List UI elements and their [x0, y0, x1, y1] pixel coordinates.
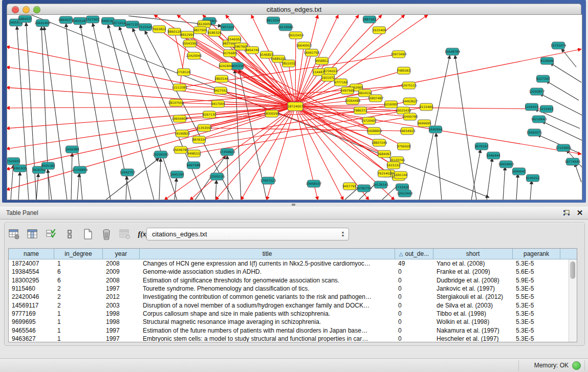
- column-header-title[interactable]: title: [140, 249, 395, 259]
- table-cell[interactable]: 1: [54, 327, 103, 334]
- table-row[interactable]: 1872400712008Changes of HCN gene express…: [9, 259, 577, 268]
- table-cell[interactable]: 0: [395, 277, 433, 284]
- table-cell[interactable]: Dudbridge et al. (2008): [433, 277, 513, 284]
- table-cell[interactable]: Stergiakouli et al. (2012): [433, 293, 513, 300]
- table-cell[interactable]: 5.3E-5: [513, 302, 560, 309]
- table-cell[interactable]: 0: [395, 310, 433, 317]
- window-titlebar[interactable]: citations_edges.txt: [7, 4, 581, 15]
- table-cell[interactable]: 5.3E-5: [513, 318, 560, 325]
- table-cell[interactable]: 2: [54, 302, 103, 309]
- table-cell[interactable]: Genome-wide association studies in ADHD.: [140, 268, 395, 275]
- table-cell[interactable]: 1: [54, 318, 103, 325]
- panel-splitter[interactable]: [0, 203, 588, 207]
- table-cell[interactable]: 0: [395, 318, 433, 325]
- table-cell[interactable]: 5.3E-5: [513, 335, 560, 342]
- table-cell[interactable]: 6: [54, 268, 103, 275]
- table-row[interactable]: 977716911998Corpus callosum shape and si…: [9, 310, 577, 318]
- table-cell[interactable]: 1997: [103, 285, 140, 292]
- create-column-icon[interactable]: [81, 228, 95, 240]
- table-row[interactable]: 2242004622012Investigating the contribut…: [9, 293, 577, 301]
- column-header-year[interactable]: year: [103, 249, 140, 259]
- memory-ok-icon[interactable]: [572, 361, 581, 370]
- table-cell[interactable]: 1: [54, 310, 103, 317]
- table-cell[interactable]: 1998: [103, 318, 140, 325]
- table-cell[interactable]: Yano et al. (2008): [433, 260, 513, 267]
- table-cell[interactable]: 2012: [103, 293, 140, 300]
- select-columns-icon[interactable]: [45, 228, 58, 240]
- table-cell[interactable]: 6: [54, 277, 103, 284]
- network-canvas[interactable]: 2405572188493720691406188493711065528715…: [7, 14, 582, 200]
- table-cell[interactable]: 19384554: [9, 268, 54, 275]
- delete-column-icon[interactable]: [100, 228, 113, 240]
- table-cell[interactable]: Estimation of significance thresholds fo…: [140, 277, 395, 284]
- table-cell[interactable]: Disruption of a novel member of a sodium…: [140, 302, 395, 309]
- table-cell[interactable]: 0: [395, 302, 433, 309]
- table-cell[interactable]: 1997: [103, 335, 140, 342]
- table-row[interactable]: 969969511998Structural magnetic resonanc…: [9, 318, 577, 326]
- table-cell[interactable]: 18300295: [9, 277, 54, 284]
- table-cell[interactable]: 0: [395, 335, 433, 342]
- table-cell[interactable]: 2: [54, 285, 103, 292]
- table-cell[interactable]: Embryonic stem cells: a model to study s…: [140, 335, 395, 342]
- table-cell[interactable]: Structural magnetic resonance image aver…: [140, 318, 395, 325]
- table-cell[interactable]: 1: [54, 260, 103, 267]
- table-row[interactable]: 1938455462009Genome-wide association stu…: [9, 268, 577, 276]
- float-panel-icon[interactable]: [561, 208, 572, 217]
- table-cell[interactable]: 2008: [103, 277, 140, 284]
- table-cell[interactable]: 5.3E-5: [513, 260, 560, 267]
- table-cell[interactable]: 2: [54, 293, 103, 300]
- row-height-icon[interactable]: [63, 228, 76, 240]
- table-cell[interactable]: 5.6E-5: [513, 268, 560, 275]
- table-row[interactable]: 1830029562008Estimation of significance …: [9, 276, 577, 285]
- table-cell[interactable]: 22420046: [9, 293, 54, 300]
- table-cell[interactable]: 0: [395, 327, 433, 334]
- table-cell[interactable]: 1998: [103, 310, 140, 317]
- table-cell[interactable]: 9463627: [9, 335, 54, 342]
- table-cell[interactable]: 1: [54, 335, 103, 342]
- table-select-combo[interactable]: citations_edges.txt ▲▼: [146, 228, 349, 240]
- column-header-pagerank[interactable]: pagerank: [513, 249, 560, 259]
- table-cell[interactable]: Investigating the contribution of common…: [140, 293, 395, 300]
- table-cell[interactable]: 49: [395, 260, 433, 267]
- column-header-name[interactable]: name: [9, 249, 54, 259]
- table-vertical-scrollbar[interactable]: [569, 259, 577, 342]
- table-cell[interactable]: 9699695: [9, 318, 54, 325]
- table-cell[interactable]: 1997: [103, 327, 140, 334]
- table-cell[interactable]: 9115460: [9, 285, 54, 292]
- column-header-in_degree[interactable]: in_degree: [54, 249, 103, 259]
- table-cell[interactable]: Wolkin et al. (1998): [433, 318, 513, 325]
- table-mode-icon[interactable]: [8, 228, 21, 240]
- table-cell[interactable]: 5.3E-5: [513, 327, 560, 334]
- show-columns-icon[interactable]: [26, 228, 39, 240]
- column-header-short[interactable]: short: [433, 249, 513, 259]
- table-cell[interactable]: Jankovic et al. (1997): [433, 285, 513, 292]
- table-cell[interactable]: 5.3E-5: [513, 285, 560, 292]
- table-cell[interactable]: 18724007: [9, 260, 54, 267]
- table-cell[interactable]: Estimation of the future numbers of pati…: [140, 327, 395, 334]
- table-cell[interactable]: 0: [395, 268, 433, 275]
- table-row[interactable]: 911546021997Tourette syndrome. Phenomeno…: [9, 285, 577, 293]
- table-cell[interactable]: 2008: [103, 260, 140, 267]
- table-cell[interactable]: 2009: [103, 268, 140, 275]
- table-row[interactable]: 1456911722003Disruption of a novel membe…: [9, 301, 577, 309]
- table-cell[interactable]: de Silva et al. (2003): [433, 302, 513, 309]
- table-cell[interactable]: 5.9E-5: [513, 277, 560, 284]
- table-cell[interactable]: 5.5E-5: [513, 293, 560, 300]
- table-cell[interactable]: Hescheler et al. (1997): [433, 335, 513, 342]
- table-row[interactable]: 946554611997Estimation of the future num…: [9, 326, 577, 334]
- table-cell[interactable]: Tibbo et al. (1998): [433, 310, 513, 317]
- table-cell[interactable]: Changes of HCN gene expression and I(f) …: [140, 260, 395, 267]
- scrollbar-thumb[interactable]: [570, 261, 575, 279]
- table-cell[interactable]: Franke et al. (2009): [433, 268, 513, 275]
- table-cell[interactable]: 2003: [103, 302, 140, 309]
- column-header-out_de[interactable]: △out_de...: [395, 249, 433, 259]
- table-cell[interactable]: 9465546: [9, 327, 54, 334]
- table-cell[interactable]: Tourette syndrome. Phenomenology and cla…: [140, 285, 395, 292]
- table-cell[interactable]: Nakamura et al. (1997): [433, 327, 513, 334]
- table-row[interactable]: 946362711997Embryonic stem cells: a mode…: [9, 335, 577, 342]
- table-cell[interactable]: 14569117: [9, 302, 54, 309]
- table-cell[interactable]: 0: [395, 285, 433, 292]
- table-cell[interactable]: Corpus callosum shape and size in male p…: [140, 310, 395, 317]
- table-cell[interactable]: 0: [395, 293, 433, 300]
- table-cell[interactable]: 9777169: [9, 310, 54, 317]
